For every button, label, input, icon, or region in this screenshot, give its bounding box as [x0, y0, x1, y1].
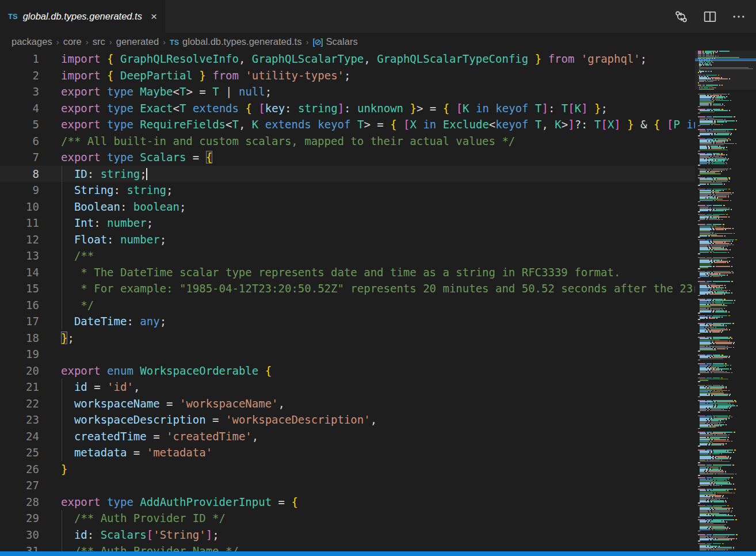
- line-number: 15: [0, 280, 39, 297]
- breadcrumb-item-generated[interactable]: generated: [116, 36, 159, 47]
- minimap-line: [700, 530, 727, 531]
- code-text: }: [61, 461, 67, 478]
- code-line-22[interactable]: 22 workspaceName = 'workspaceName',: [0, 395, 695, 412]
- minimap-line: [700, 539, 732, 540]
- code-line-23[interactable]: 23 workspaceDescription = 'workspaceDesc…: [0, 412, 695, 428]
- code-line-20[interactable]: 20export enum WorkspaceOrderable {: [0, 363, 695, 379]
- code-line-15[interactable]: 15 * For example: "1985-04-12T23:20:50.5…: [0, 280, 695, 297]
- minimap-line: [700, 474, 736, 475]
- line-number: 7: [0, 149, 39, 166]
- breadcrumb-item-scalars[interactable]: [⊘]Scalars: [312, 36, 357, 47]
- minimap-line: [698, 531, 700, 532]
- breadcrumb-label: packages: [12, 36, 52, 47]
- code-line-14[interactable]: 14 * The DateTime scalar type represents…: [0, 264, 695, 281]
- code-line-3[interactable]: 3export type Maybe<T> = T | null;: [0, 83, 695, 100]
- minimap-line: [698, 428, 700, 429]
- minimap-line: [700, 294, 725, 295]
- code-text: export enum WorkspaceOrderable {: [61, 363, 272, 379]
- line-number: 13: [0, 247, 39, 264]
- split-editor-icon[interactable]: [702, 9, 718, 25]
- breadcrumb-label: generated: [116, 36, 159, 47]
- minimap-line: [700, 372, 732, 374]
- minimap-line: [698, 486, 700, 488]
- code-line-1[interactable]: 1import { GraphQLResolveInfo, GraphQLSca…: [0, 51, 695, 67]
- breadcrumb-item-packages[interactable]: packages: [12, 36, 52, 47]
- code-text: export type Scalars = {: [61, 149, 212, 166]
- code-line-17[interactable]: 17 DateTime: any;: [0, 313, 695, 330]
- line-number: 16: [0, 297, 39, 314]
- code-line-28[interactable]: 28export type AddAuthProviderInput = {: [0, 494, 695, 511]
- minimap-line: [698, 268, 700, 269]
- line-number: 18: [0, 330, 39, 346]
- minimap[interactable]: [695, 51, 756, 551]
- code-text: import { DeepPartial } from 'utility-typ…: [61, 67, 350, 84]
- tab-close-icon[interactable]: ×: [151, 11, 157, 22]
- code-text: export type Exact<T extends { [key: stri…: [61, 100, 608, 117]
- text-cursor: [146, 168, 147, 180]
- code-text: createdTime = 'createdTime',: [61, 428, 258, 445]
- code-line-5[interactable]: 5export type RequireFields<T, K extends …: [0, 116, 695, 133]
- code-editor[interactable]: 1import { GraphQLResolveInfo, GraphQLSca…: [0, 51, 695, 556]
- breadcrumb-item-global-db-types-generated-ts[interactable]: TSglobal.db.types.generated.ts: [170, 36, 301, 47]
- code-line-21[interactable]: 21 id = 'id',: [0, 379, 695, 395]
- minimap-current-line-highlight: [695, 59, 756, 61]
- minimap-line: [700, 550, 728, 551]
- code-line-25[interactable]: 25 metadata = 'metadata': [0, 444, 695, 461]
- line-number: 25: [0, 444, 39, 461]
- code-line-29[interactable]: 29 /** Auth Provider ID */: [0, 510, 695, 527]
- code-text: id = 'id',: [61, 379, 140, 395]
- code-line-18[interactable]: 18};: [0, 330, 695, 346]
- minimap-line: [698, 517, 700, 518]
- code-text: id: Scalars['String'];: [61, 527, 219, 543]
- breadcrumb-separator: ›: [163, 37, 166, 47]
- minimap-line: [698, 462, 700, 463]
- minimap-line: [700, 426, 716, 428]
- more-actions-icon[interactable]: [731, 9, 747, 25]
- tab-active-file[interactable]: TS global.db.types.generated.ts ×: [0, 0, 165, 33]
- breadcrumb-separator: ›: [306, 37, 308, 47]
- code-line-27[interactable]: 27: [0, 477, 695, 494]
- code-line-19[interactable]: 19: [0, 346, 695, 363]
- code-line-12[interactable]: 12 Float: number;: [0, 231, 695, 248]
- minimap-line: [698, 185, 700, 186]
- minimap-line: [700, 134, 731, 135]
- code-text: export type Maybe<T> = T | null;: [61, 83, 272, 100]
- minimap-line: [700, 410, 730, 412]
- minimap-line: [698, 211, 700, 212]
- code-line-6[interactable]: 6/** All built-in and custom scalars, ma…: [0, 133, 695, 150]
- code-line-16[interactable]: 16 */: [0, 297, 695, 314]
- code-line-10[interactable]: 10 Boolean: boolean;: [0, 199, 695, 215]
- minimap-line: [698, 475, 700, 476]
- code-line-4[interactable]: 4export type Exact<T extends { [key: str…: [0, 100, 695, 117]
- minimap-line: [699, 64, 712, 66]
- breadcrumb-item-core[interactable]: core: [63, 36, 82, 47]
- code-line-9[interactable]: 9 String: string;: [0, 182, 695, 199]
- minimap-line: [698, 381, 700, 382]
- code-line-26[interactable]: 26}: [0, 461, 695, 478]
- minimap-line: [698, 135, 700, 136]
- vscode-editor-window: TS global.db.types.generated.ts ×: [0, 0, 756, 556]
- minimap-line: [698, 319, 700, 320]
- code-text: Int: number;: [61, 215, 153, 231]
- minimap-line: [700, 318, 717, 319]
- code-line-30[interactable]: 30 id: Scalars['String'];: [0, 527, 695, 543]
- code-line-13[interactable]: 13 /**: [0, 247, 695, 264]
- minimap-line: [700, 184, 725, 185]
- line-number: 2: [0, 67, 39, 84]
- typescript-file-icon: TS: [170, 39, 179, 47]
- code-text: };: [61, 330, 74, 346]
- open-changes-icon[interactable]: [673, 9, 689, 25]
- breadcrumb-item-src[interactable]: src: [93, 36, 105, 47]
- status-bar-edge: [0, 551, 756, 556]
- code-line-7[interactable]: 7export type Scalars = {: [0, 149, 695, 166]
- code-line-11[interactable]: 11 Int: number;: [0, 215, 695, 231]
- code-text: * The DateTime scalar type represents da…: [61, 264, 620, 281]
- code-line-8[interactable]: 8 ID: string;: [0, 166, 695, 182]
- code-line-24[interactable]: 24 createdTime = 'createdTime',: [0, 428, 695, 445]
- minimap-line: [698, 360, 700, 361]
- minimap-line: [700, 485, 722, 486]
- minimap-line: [700, 112, 715, 113]
- minimap-line: [698, 220, 700, 222]
- code-line-2[interactable]: 2import { DeepPartial } from 'utility-ty…: [0, 67, 695, 84]
- minimap-line: [698, 201, 700, 203]
